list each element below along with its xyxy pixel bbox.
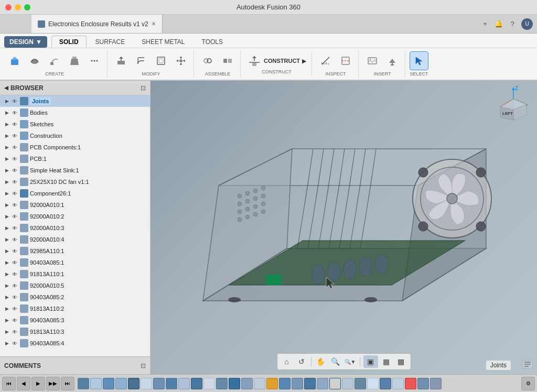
- pcb-expand-arrow[interactable]: ▶: [4, 156, 9, 161]
- browser-item-92000a010-3[interactable]: ▶ 👁 92000A010:3: [0, 222, 150, 234]
- pcb-visibility-icon[interactable]: 👁: [11, 155, 18, 162]
- construct-main-btn[interactable]: CONSTRUCT ▶: [247, 53, 306, 68]
- modify-shell-btn[interactable]: [152, 51, 170, 70]
- vt-pan-btn[interactable]: ✋: [315, 355, 327, 368]
- inspect-section-btn[interactable]: [336, 51, 355, 70]
- timeline-item[interactable]: [203, 378, 215, 389]
- vt-visual-style-btn[interactable]: ▩: [395, 355, 407, 368]
- timeline-item[interactable]: [153, 378, 165, 389]
- comp26-expand-arrow[interactable]: ▶: [4, 191, 9, 196]
- comments-options[interactable]: ⊡: [141, 362, 146, 369]
- timeline-settings-btn[interactable]: ⚙: [521, 377, 535, 390]
- insert-decal-btn[interactable]: [383, 51, 402, 70]
- insert-image-btn[interactable]: [363, 51, 382, 70]
- user-avatar[interactable]: U: [521, 18, 533, 30]
- view-cube[interactable]: Z LEFT: [495, 86, 532, 129]
- browser-item-90403a085-4[interactable]: ▶ 👁 90403A085:4: [0, 337, 150, 349]
- help-icon[interactable]: ?: [508, 19, 517, 29]
- dc-fan-visibility-icon[interactable]: 👁: [11, 178, 18, 186]
- browser-item-91813a110-1[interactable]: ▶ 👁 91813A110:1: [0, 268, 150, 280]
- select-main-btn[interactable]: [410, 51, 428, 70]
- tab-surface[interactable]: SURFACE: [88, 36, 133, 48]
- timeline-item[interactable]: [279, 378, 291, 389]
- browser-item-heat-sink[interactable]: ▶ 👁 Simple Heat Sink:1: [0, 165, 150, 176]
- timeline-item-error[interactable]: [405, 378, 416, 389]
- construction-visibility-icon[interactable]: 👁: [11, 132, 18, 139]
- timeline-item[interactable]: [178, 378, 190, 389]
- timeline-play-btn[interactable]: ▶: [31, 377, 45, 390]
- browser-item-dc-fan[interactable]: ▶ 👁 25X25X10 DC fan v1:1: [0, 176, 150, 188]
- browser-item-construction[interactable]: ▶ 👁 Construction: [0, 130, 150, 141]
- browser-item-91813a110-2[interactable]: ▶ 👁 91813A110:2: [0, 303, 150, 314]
- design-dropdown[interactable]: DESIGN ▼: [4, 36, 47, 48]
- pcb-components-visibility-icon[interactable]: 👁: [11, 144, 18, 151]
- timeline-item[interactable]: [380, 378, 391, 389]
- timeline-item[interactable]: [254, 378, 265, 389]
- new-tab-button[interactable]: +: [480, 19, 490, 29]
- timeline-item[interactable]: [317, 378, 328, 389]
- browser-item-90403a085-1[interactable]: ▶ 👁 90403A085:1: [0, 257, 150, 268]
- assemble-contact-btn[interactable]: [218, 51, 237, 70]
- create-sweep-btn[interactable]: [45, 51, 64, 70]
- timeline-item[interactable]: [417, 378, 429, 389]
- heat-sink-expand-arrow[interactable]: ▶: [4, 168, 9, 173]
- browser-item-sketches[interactable]: ▶ 👁 Sketches: [0, 118, 150, 130]
- browser-item-component26[interactable]: ▶ 👁 Component26:1: [0, 188, 150, 199]
- modify-fillet-btn[interactable]: [132, 51, 151, 70]
- vt-display-btn[interactable]: ▣: [363, 355, 378, 368]
- vt-orbit-btn[interactable]: ↺: [295, 355, 308, 368]
- notification-icon[interactable]: 🔔: [494, 19, 503, 29]
- timeline-item[interactable]: [115, 378, 127, 389]
- dc-fan-expand-arrow[interactable]: ▶: [4, 179, 9, 184]
- timeline-item[interactable]: [103, 378, 114, 389]
- timeline-item[interactable]: [141, 378, 152, 389]
- browser-item-91813a110-3[interactable]: ▶ 👁 91813A110:3: [0, 326, 150, 337]
- browser-item-92000a010-1[interactable]: ▶ 👁 92000A010:1: [0, 199, 150, 211]
- vt-zoom-dropdown[interactable]: 🔍▼: [344, 355, 357, 368]
- browser-item-92000a010-2[interactable]: ▶ 👁 92000A010:2: [0, 211, 150, 222]
- browser-item-92000a010-5[interactable]: ▶ 👁 92000A010:5: [0, 280, 150, 291]
- back-icon[interactable]: ◀: [4, 85, 8, 91]
- construction-expand-arrow[interactable]: ▶: [4, 133, 9, 138]
- comp26-visibility-icon[interactable]: 👁: [11, 190, 18, 197]
- browser-item-90403a085-2[interactable]: ▶ 👁 90403A085:2: [0, 291, 150, 303]
- timeline-item[interactable]: [166, 378, 177, 389]
- timeline-item[interactable]: [304, 378, 316, 389]
- inspect-measure-btn[interactable]: [316, 51, 335, 70]
- browser-item-92985a110-1[interactable]: ▶ 👁 92985A110:1: [0, 245, 150, 257]
- joints-expand-arrow[interactable]: ▶: [4, 99, 9, 104]
- item-1-eye[interactable]: 👁: [11, 201, 18, 209]
- timeline-item[interactable]: [392, 378, 404, 389]
- timeline-end-btn[interactable]: ⏭: [61, 377, 74, 390]
- tab-solid[interactable]: SOLID: [51, 36, 87, 48]
- doc-tab-active[interactable]: Electronics Enclosure Results v1 v2 ✕: [31, 15, 163, 33]
- bodies-expand-arrow[interactable]: ▶: [4, 110, 9, 115]
- vt-grid-btn[interactable]: ▦: [380, 355, 393, 368]
- browser-item-bodies[interactable]: ▶ 👁 Bodies: [0, 107, 150, 118]
- create-loft-btn[interactable]: [65, 51, 84, 70]
- sketches-visibility-icon[interactable]: 👁: [11, 121, 18, 128]
- create-more-btn[interactable]: [85, 51, 104, 70]
- timeline-item[interactable]: [229, 378, 240, 389]
- minimize-button[interactable]: [15, 4, 21, 10]
- item-1-arrow[interactable]: ▶: [4, 202, 9, 208]
- timeline-item[interactable]: [191, 378, 202, 389]
- browser-item-90403a085-3[interactable]: ▶ 👁 90403A085:3: [0, 314, 150, 326]
- timeline-item[interactable]: [78, 378, 89, 389]
- browser-item-joints[interactable]: ▶ 👁 Joints: [0, 95, 150, 107]
- timeline-item[interactable]: [342, 378, 353, 389]
- tab-sheet-metal[interactable]: SHEET METAL: [134, 36, 192, 48]
- modify-move-btn[interactable]: [171, 51, 190, 70]
- maximize-button[interactable]: [24, 4, 30, 10]
- timeline-start-btn[interactable]: ⏮: [2, 377, 16, 390]
- vt-zoom-btn[interactable]: 🔍: [329, 355, 342, 368]
- panel-toggle-icon[interactable]: [522, 360, 533, 370]
- heat-sink-visibility-icon[interactable]: 👁: [11, 167, 18, 174]
- timeline-item[interactable]: [216, 378, 228, 389]
- timeline-prev-btn[interactable]: ◀: [17, 377, 30, 390]
- timeline-item[interactable]: [128, 378, 139, 389]
- vt-home-btn[interactable]: ⌂: [281, 355, 293, 368]
- joints-visibility-icon[interactable]: 👁: [11, 97, 18, 105]
- timeline-item[interactable]: [241, 378, 253, 389]
- create-revolve-btn[interactable]: [25, 51, 44, 70]
